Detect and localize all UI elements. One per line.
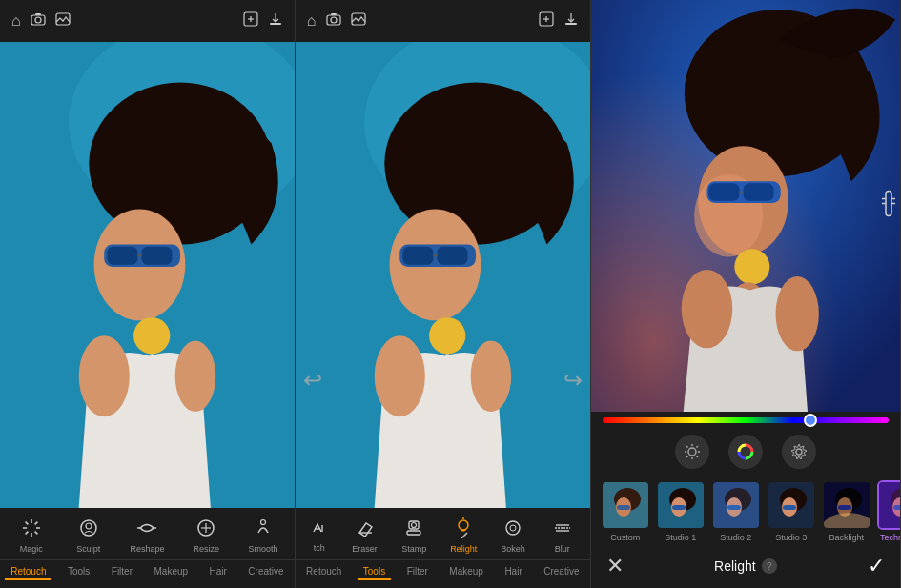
svg-rect-116 bbox=[713, 482, 761, 530]
relight-label: Relight bbox=[450, 544, 477, 554]
confirm-button[interactable]: ✓ bbox=[868, 554, 885, 578]
svg-point-17 bbox=[133, 317, 170, 354]
color-bar[interactable] bbox=[603, 417, 889, 423]
light-mode-settings[interactable] bbox=[782, 435, 816, 469]
tool-tch[interactable]: tch bbox=[304, 517, 335, 555]
svg-rect-39 bbox=[331, 13, 337, 15]
color-knob[interactable] bbox=[804, 414, 817, 427]
relight-title-text: Relight bbox=[714, 558, 756, 574]
svg-rect-79 bbox=[708, 183, 739, 201]
relight-icon bbox=[453, 517, 474, 541]
svg-point-20 bbox=[175, 341, 216, 412]
svg-line-66 bbox=[461, 533, 467, 538]
camera-icon-2[interactable] bbox=[326, 12, 341, 30]
cat-filter-2[interactable]: Filter bbox=[401, 564, 434, 580]
cat-tools-2[interactable]: Tools bbox=[358, 564, 391, 580]
tool-eraser[interactable]: Eraser bbox=[346, 516, 384, 556]
cat-makeup-1[interactable]: Makeup bbox=[148, 564, 194, 580]
right-handle[interactable] bbox=[881, 190, 896, 223]
cat-creative-2[interactable]: Creative bbox=[538, 564, 584, 580]
svg-point-36 bbox=[260, 520, 265, 525]
camera-icon[interactable] bbox=[31, 12, 46, 30]
toolbar-panel1: ⌂ bbox=[0, 0, 295, 42]
svg-rect-87 bbox=[886, 192, 891, 216]
preset-custom[interactable]: Custom bbox=[601, 480, 650, 542]
svg-point-56 bbox=[375, 335, 425, 416]
reshape-label: Reshape bbox=[130, 544, 164, 554]
cat-retouch-1[interactable]: Retouch bbox=[5, 564, 51, 580]
panel-retouch: ⌂ bbox=[0, 0, 296, 588]
preset-technicolor[interactable]: Technicolor bbox=[877, 480, 900, 542]
preset-studio1[interactable]: Studio 1 bbox=[656, 480, 706, 542]
preset-backlight-label: Backlight bbox=[829, 533, 864, 542]
tool-relight[interactable]: Relight bbox=[444, 516, 482, 556]
cat-filter-1[interactable]: Filter bbox=[106, 564, 138, 580]
cat-creative-1[interactable]: Creative bbox=[242, 564, 289, 580]
help-button[interactable]: ? bbox=[762, 558, 777, 574]
preset-thumb-studio3 bbox=[767, 480, 816, 530]
svg-point-102 bbox=[796, 449, 802, 455]
magic-icon bbox=[21, 517, 42, 541]
tool-smooth[interactable]: Smooth bbox=[244, 516, 282, 556]
download-icon[interactable] bbox=[268, 11, 283, 30]
image-icon-2[interactable] bbox=[351, 12, 366, 30]
smooth-label: Smooth bbox=[248, 544, 277, 554]
preset-studio2[interactable]: Studio 2 bbox=[711, 480, 761, 542]
preset-backlight[interactable]: Backlight bbox=[822, 480, 871, 542]
photo-bg-3 bbox=[591, 0, 900, 412]
tch-label: tch bbox=[314, 543, 325, 553]
action-title: Relight ? bbox=[714, 558, 777, 574]
svg-line-100 bbox=[696, 446, 697, 447]
tool-sculpt[interactable]: Sculpt bbox=[70, 516, 108, 556]
home-icon[interactable]: ⌂ bbox=[11, 12, 21, 30]
home-icon-2[interactable]: ⌂ bbox=[307, 12, 317, 30]
light-mode-color[interactable] bbox=[728, 435, 763, 469]
tool-bokeh[interactable]: Bokeh bbox=[494, 516, 532, 556]
eraser-icon bbox=[355, 517, 376, 541]
preset-studio3[interactable]: Studio 3 bbox=[767, 480, 816, 542]
preset-thumb-technicolor bbox=[877, 480, 900, 530]
tools-row-1: Magic Sculpt Reshape Resize bbox=[0, 508, 295, 559]
light-mode-sun[interactable] bbox=[675, 435, 709, 469]
stamp-icon bbox=[403, 517, 424, 541]
tool-resize[interactable]: Resize bbox=[187, 516, 225, 556]
cat-retouch-2[interactable]: Retouch bbox=[300, 564, 347, 580]
preset-thumb-studio2 bbox=[711, 480, 761, 530]
svg-point-86 bbox=[775, 276, 818, 351]
preset-studio1-label: Studio 1 bbox=[665, 533, 696, 542]
svg-rect-80 bbox=[743, 183, 773, 201]
svg-rect-8 bbox=[270, 23, 281, 25]
zoom-icon[interactable] bbox=[243, 11, 258, 30]
svg-point-38 bbox=[331, 17, 337, 23]
svg-line-98 bbox=[696, 456, 697, 457]
tool-stamp[interactable]: Stamp bbox=[395, 516, 433, 556]
panel-relight: Custom Studio 1 Studio 2 S bbox=[591, 0, 901, 588]
eraser-label: Eraser bbox=[352, 544, 378, 554]
resize-label: Resize bbox=[193, 544, 219, 554]
download-icon-2[interactable] bbox=[563, 11, 579, 30]
tool-magic[interactable]: Magic bbox=[12, 516, 51, 556]
svg-point-64 bbox=[459, 520, 468, 530]
photo-bg-1 bbox=[0, 42, 295, 508]
svg-line-97 bbox=[686, 446, 687, 447]
toolbar-left-2: ⌂ bbox=[307, 12, 366, 30]
cat-hair-2[interactable]: Hair bbox=[499, 564, 527, 580]
cat-tools-1[interactable]: Tools bbox=[62, 564, 95, 580]
svg-point-85 bbox=[681, 270, 732, 348]
preset-custom-label: Custom bbox=[610, 533, 640, 542]
cat-tabs-2: Retouch Tools Filter Makeup Hair Creativ… bbox=[296, 559, 590, 588]
toolbar-left-1: ⌂ bbox=[11, 12, 71, 30]
preset-studio3-label: Studio 3 bbox=[775, 533, 807, 542]
svg-rect-51 bbox=[402, 247, 433, 265]
svg-point-30 bbox=[86, 523, 92, 529]
tool-reshape[interactable]: Reshape bbox=[126, 516, 168, 556]
svg-rect-52 bbox=[437, 247, 467, 265]
cat-hair-1[interactable]: Hair bbox=[204, 564, 233, 580]
sculpt-label: Sculpt bbox=[76, 544, 100, 554]
zoom-icon-2[interactable] bbox=[539, 11, 554, 30]
tool-blur[interactable]: Blur bbox=[543, 516, 582, 556]
cancel-button[interactable]: ✕ bbox=[606, 554, 624, 578]
image-icon[interactable] bbox=[55, 12, 71, 30]
cat-makeup-2[interactable]: Makeup bbox=[443, 564, 489, 580]
svg-point-54 bbox=[429, 317, 465, 354]
